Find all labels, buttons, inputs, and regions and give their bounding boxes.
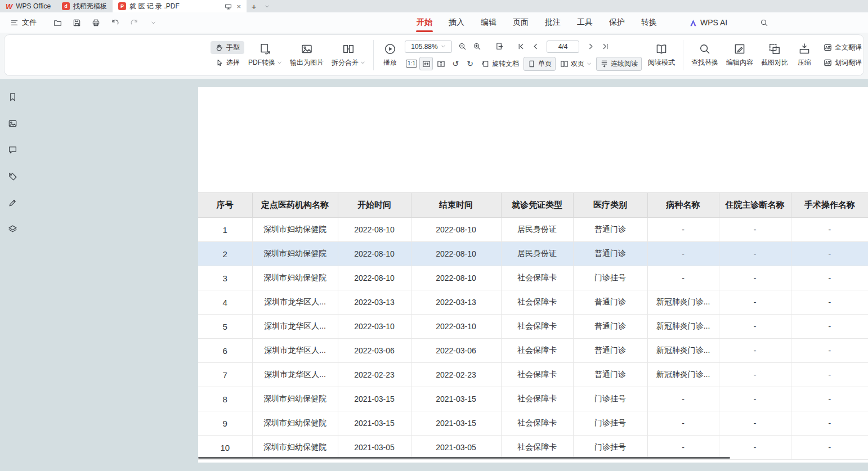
new-tab-button[interactable]: + — [247, 0, 261, 12]
table-row[interactable]: 1深圳市妇幼保健院2022-08-102022-08-10居民身份证普通门诊--… — [198, 218, 868, 242]
page-indicator-input[interactable] — [547, 41, 579, 53]
export-image-icon — [301, 43, 313, 55]
table-cell: 深圳市妇幼保健院 — [252, 411, 338, 436]
compress-button[interactable]: 压缩 — [792, 41, 817, 70]
hand-tool-button[interactable]: 手型 — [211, 41, 244, 54]
undo-history-dropdown[interactable] — [147, 16, 159, 29]
screenshot-compare-label: 截图对比 — [761, 58, 788, 68]
zoom-in-button[interactable] — [470, 40, 484, 53]
horizontal-scrollbar[interactable] — [198, 457, 730, 459]
continuous-reading-button[interactable]: 连续阅读 — [596, 57, 642, 71]
attachment-panel-button[interactable] — [6, 169, 19, 183]
zoom-level-select[interactable]: 105.88% — [405, 41, 452, 53]
save-button[interactable] — [70, 16, 83, 29]
export-image-button[interactable]: 输出为图片 — [286, 41, 328, 70]
double-page-button[interactable]: 双页 — [557, 57, 595, 70]
monitor-icon[interactable] — [225, 3, 232, 10]
menu-tab-page[interactable]: 页面 — [513, 12, 529, 33]
table-cell: - — [647, 218, 719, 242]
bookmark-panel-button[interactable] — [6, 90, 19, 104]
table-row[interactable]: 9深圳市妇幼保健院2021-03-152021-03-15社会保障卡门诊挂号--… — [198, 411, 868, 436]
wps-ai-button[interactable]: WPS AI — [689, 18, 727, 27]
attachment-tag-icon — [8, 172, 17, 181]
table-cell: - — [647, 242, 719, 266]
open-file-button[interactable] — [51, 16, 64, 29]
menu-tab-home[interactable]: 开始 — [417, 12, 432, 33]
table-row[interactable]: 3深圳市妇幼保健院2022-08-102022-08-10社会保障卡门诊挂号--… — [198, 266, 868, 290]
next-page-button[interactable] — [584, 40, 597, 53]
table-cell: 普通门诊 — [573, 242, 647, 266]
first-page-button[interactable] — [514, 40, 527, 53]
toolbar-divider — [373, 40, 374, 70]
table-row[interactable]: 7深圳市龙华区人...2022-02-232022-02-23社会保障卡普通门诊… — [198, 363, 868, 387]
column-header: 就诊凭证类型 — [501, 193, 573, 218]
table-row[interactable]: 8深圳市妇幼保健院2021-03-152021-03-15社会保障卡门诊挂号--… — [198, 387, 868, 411]
menu-tab-edit[interactable]: 编辑 — [481, 12, 496, 33]
fit-page-button[interactable] — [434, 57, 448, 70]
table-cell: - — [647, 387, 719, 411]
file-menu-button[interactable]: 文件 — [6, 15, 41, 30]
fit-width-button[interactable] — [419, 57, 433, 70]
tab-wps-office[interactable]: W WPS Office — [0, 0, 56, 12]
single-page-button[interactable]: 单页 — [524, 57, 556, 71]
table-cell: 8 — [198, 387, 252, 411]
page-jump-button[interactable] — [493, 40, 506, 53]
word-translate-label: 划词翻译 — [835, 58, 862, 68]
print-button[interactable] — [90, 16, 102, 29]
word-translate-button[interactable]: 划词翻译 — [819, 56, 864, 69]
table-cell: 1 — [198, 218, 252, 242]
pdf-convert-button[interactable]: PDF转换 — [244, 41, 286, 70]
tab-list-dropdown-icon[interactable] — [261, 0, 272, 12]
next-page-icon — [587, 42, 595, 51]
double-page-label: 双页 — [571, 59, 584, 69]
select-tool-button[interactable]: 选择 — [211, 56, 244, 69]
menu-tab-protect[interactable]: 保护 — [609, 12, 625, 33]
play-button[interactable]: 播放 — [378, 41, 402, 70]
split-merge-button[interactable]: 拆分合并 — [328, 41, 369, 70]
search-button[interactable] — [757, 16, 771, 29]
zoom-out-button[interactable] — [455, 40, 469, 53]
table-cell: 社会保障卡 — [501, 387, 573, 411]
undo-button[interactable] — [109, 16, 121, 29]
table-row[interactable]: 2深圳市妇幼保健院2022-08-102022-08-10居民身份证普通门诊--… — [198, 242, 868, 266]
menu-tab-tools[interactable]: 工具 — [577, 12, 593, 33]
table-cell: 10 — [198, 436, 252, 460]
actual-size-button[interactable]: 1:1 — [405, 57, 418, 70]
rotate-document-button[interactable]: 旋转文档 — [478, 57, 522, 70]
tab-document-active[interactable]: P 就 医 记 录 .PDF × — [113, 0, 247, 12]
prev-page-icon — [531, 42, 540, 51]
menu-tab-comment[interactable]: 批注 — [545, 12, 561, 33]
table-cell: 4 — [198, 290, 252, 315]
close-tab-icon[interactable]: × — [236, 3, 241, 10]
table-cell: - — [647, 436, 719, 460]
table-cell: 6 — [198, 339, 252, 363]
prev-page-button[interactable] — [529, 40, 542, 53]
menu-tab-insert[interactable]: 插入 — [449, 12, 464, 33]
edit-content-button[interactable]: 编辑内容 — [722, 41, 757, 70]
hand-tool-label: 手型 — [226, 43, 240, 52]
rotate-right-button[interactable]: ↻ — [463, 57, 477, 70]
compress-icon — [798, 43, 811, 55]
full-translate-button[interactable]: 全文翻译 — [819, 41, 864, 54]
tab-docer-templates[interactable]: d 找稻壳模板 — [56, 0, 113, 12]
comment-panel-button[interactable] — [6, 143, 19, 156]
table-cell: 深圳市龙华区人... — [252, 363, 338, 387]
toolbar-divider — [683, 40, 683, 70]
menu-tab-convert[interactable]: 转换 — [641, 12, 657, 33]
table-cell: - — [647, 411, 719, 436]
document-canvas[interactable]: 序号定点医药机构名称开始时间结束时间就诊凭证类型医疗类别病种名称住院主诊断名称手… — [25, 79, 868, 471]
rotate-left-button[interactable]: ↺ — [449, 57, 462, 70]
table-row[interactable]: 5深圳市龙华区人...2022-03-102022-03-10社会保障卡普通门诊… — [198, 315, 868, 339]
table-row[interactable]: 4深圳市龙华区人...2022-03-132022-03-13社会保障卡普通门诊… — [198, 290, 868, 315]
screenshot-compare-button[interactable]: 截图对比 — [757, 41, 792, 70]
table-row[interactable]: 6深圳市龙华区人...2022-03-062022-03-06社会保障卡普通门诊… — [198, 339, 868, 363]
reading-mode-button[interactable]: 阅读模式 — [644, 41, 679, 70]
last-page-button[interactable] — [598, 40, 612, 53]
find-replace-button[interactable]: 查找替换 — [687, 41, 722, 70]
layers-panel-button[interactable] — [6, 222, 19, 236]
table-cell: 普通门诊 — [573, 363, 647, 387]
thumbnail-panel-button[interactable] — [6, 116, 19, 130]
annotation-panel-button[interactable] — [6, 196, 19, 209]
table-row[interactable]: 10深圳市妇幼保健院2021-03-052021-03-05社会保障卡门诊挂号-… — [198, 436, 868, 460]
redo-button[interactable] — [128, 16, 140, 29]
